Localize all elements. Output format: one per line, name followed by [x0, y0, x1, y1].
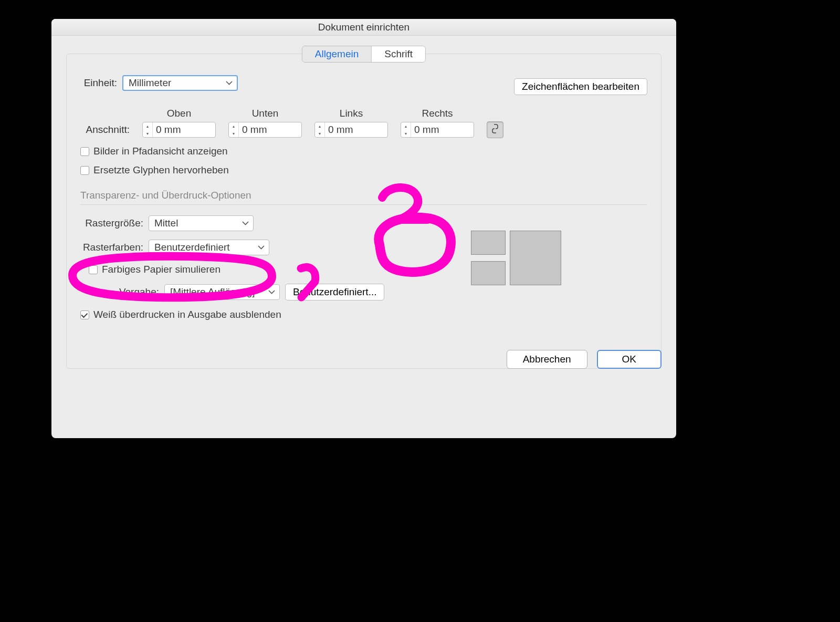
bleed-header-left: Links — [314, 108, 388, 119]
bleed-header-top: Oben — [142, 108, 216, 119]
cancel-button[interactable]: Abbrechen — [507, 350, 587, 369]
stepper-up-icon[interactable]: ▴ — [229, 122, 238, 130]
simulate-paper-label: Farbiges Papier simulieren — [102, 264, 220, 275]
highlight-glyphs-checkbox[interactable] — [80, 166, 89, 175]
grid-preview-small-bottom[interactable] — [471, 261, 506, 285]
chevron-down-icon — [258, 245, 265, 250]
highlight-glyphs-label: Ersetzte Glyphen hervorheben — [93, 164, 229, 176]
grid-preview-large[interactable] — [510, 231, 561, 285]
preset-value: [Mittlere Auflösung] — [170, 286, 255, 298]
raster-size-label: Rastergröße: — [80, 217, 143, 229]
chevron-down-icon — [268, 290, 275, 294]
bleed-header-right: Rechts — [401, 108, 474, 119]
overprint-white-label: Weiß überdrucken in Ausgabe ausblenden — [93, 309, 281, 320]
bleed-block: Oben Unten Links Rechts Anschnitt: ▴▾ 0 … — [80, 108, 647, 138]
dialog-content: Allgemein Schrift Einheit: Millimeter Ze… — [51, 36, 676, 381]
stepper-down-icon[interactable]: ▾ — [401, 130, 411, 137]
stepper-down-icon[interactable]: ▾ — [229, 130, 238, 137]
outline-images-checkbox[interactable] — [80, 147, 89, 156]
tab-bar: Allgemein Schrift — [302, 46, 426, 63]
preset-label: Vorgabe: — [80, 286, 159, 298]
stepper-down-icon[interactable]: ▾ — [315, 130, 324, 137]
edit-artboards-button[interactable]: Zeichenflächen bearbeiten — [514, 78, 647, 95]
bleed-label: Anschnitt: — [80, 124, 130, 136]
bleed-top-value: 0 mm — [153, 124, 215, 136]
transparency-section-header: Transparenz- und Überdruck-Optionen — [80, 190, 647, 205]
bleed-right-input[interactable]: ▴▾ 0 mm — [401, 122, 474, 138]
general-panel: Allgemein Schrift Einheit: Millimeter Ze… — [66, 54, 662, 369]
bleed-bottom-value: 0 mm — [239, 124, 301, 136]
raster-size-value: Mittel — [154, 217, 178, 229]
dialog-footer: Abbrechen OK — [507, 350, 662, 369]
raster-colors-dropdown[interactable]: Benutzerdefiniert — [149, 240, 269, 255]
unit-dropdown[interactable]: Millimeter — [122, 75, 238, 91]
ok-button[interactable]: OK — [597, 350, 662, 369]
stepper-up-icon[interactable]: ▴ — [143, 122, 152, 130]
bleed-left-input[interactable]: ▴▾ 0 mm — [314, 122, 388, 138]
document-setup-dialog: Dokument einrichten Allgemein Schrift Ei… — [51, 19, 676, 438]
outline-images-label: Bilder in Pfadansicht anzeigen — [93, 146, 228, 157]
stepper-up-icon[interactable]: ▴ — [401, 122, 411, 130]
raster-colors-value: Benutzerdefiniert — [154, 242, 230, 253]
stepper-up-icon[interactable]: ▴ — [315, 122, 324, 130]
chevron-down-icon — [242, 221, 249, 225]
tab-type[interactable]: Schrift — [372, 46, 425, 62]
chevron-down-icon — [226, 81, 233, 85]
stepper-down-icon[interactable]: ▾ — [143, 130, 152, 137]
grid-color-preview — [461, 227, 561, 289]
link-icon — [492, 123, 498, 137]
bleed-headers: Oben Unten Links Rechts — [142, 108, 647, 119]
bleed-left-value: 0 mm — [325, 124, 387, 136]
bleed-header-bottom: Unten — [228, 108, 302, 119]
simulate-paper-checkbox[interactable] — [89, 265, 98, 274]
preset-dropdown[interactable]: [Mittlere Auflösung] — [164, 284, 280, 300]
overprint-white-checkbox[interactable] — [80, 310, 89, 319]
unit-label: Einheit: — [80, 77, 117, 89]
bleed-bottom-input[interactable]: ▴▾ 0 mm — [228, 122, 302, 138]
raster-block: Rastergröße: Mittel Rasterfarben: Benutz… — [80, 215, 647, 320]
dialog-title: Dokument einrichten — [51, 19, 676, 36]
raster-colors-label: Rasterfarben: — [80, 242, 143, 253]
bleed-right-value: 0 mm — [411, 124, 474, 136]
custom-preset-button[interactable]: Benutzerdefiniert... — [285, 284, 384, 300]
grid-preview-small-top[interactable] — [471, 231, 506, 255]
link-bleed-button[interactable] — [487, 121, 503, 138]
raster-size-dropdown[interactable]: Mittel — [149, 215, 254, 231]
tab-general[interactable]: Allgemein — [302, 46, 372, 62]
unit-value: Millimeter — [129, 77, 171, 89]
bleed-top-input[interactable]: ▴▾ 0 mm — [142, 122, 216, 138]
